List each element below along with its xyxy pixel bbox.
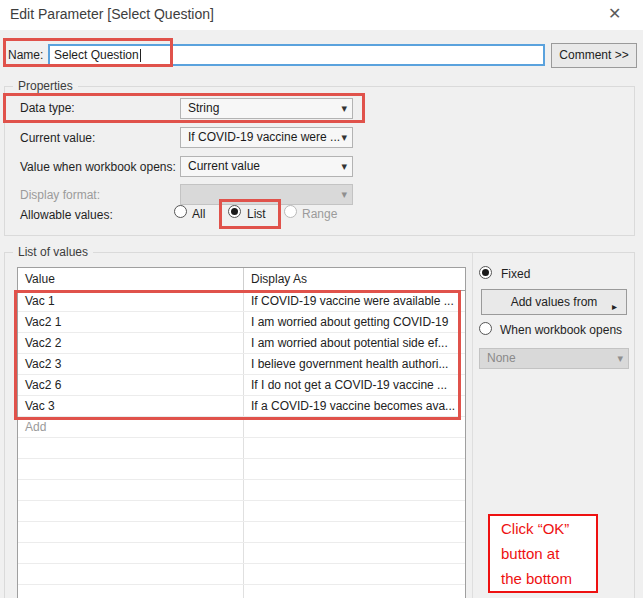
value-cell[interactable]: [18, 438, 244, 458]
table-row[interactable]: Vac2 6If I do not get a COVID-19 vaccine…: [18, 375, 465, 396]
chevron-down-icon: ▾: [341, 157, 347, 176]
list-of-values-legend: List of values: [13, 245, 93, 260]
radio-range-label: Range: [302, 207, 337, 221]
value-cell[interactable]: Vac2 1: [18, 312, 244, 332]
display-as-cell[interactable]: [244, 522, 465, 542]
note-line: Click “OK”: [490, 516, 596, 541]
data-type-dropdown[interactable]: String▾: [180, 98, 353, 119]
display-as-cell[interactable]: If COVID-19 vaccine were available ...: [244, 291, 465, 311]
table-row[interactable]: Vac 1If COVID-19 vaccine were available …: [18, 291, 465, 312]
data-type-label: Data type:: [20, 101, 75, 115]
current-value-label: Current value:: [20, 131, 95, 145]
radio-when-workbook-opens-label[interactable]: When workbook opens: [500, 323, 622, 337]
edit-parameter-dialog: Edit Parameter [Select Question] ✕ Name:…: [0, 0, 643, 598]
value-column-header[interactable]: Value: [18, 268, 244, 290]
values-table-body: Vac 1If COVID-19 vaccine were available …: [18, 291, 465, 598]
value-cell[interactable]: [18, 459, 244, 479]
table-row[interactable]: [18, 438, 465, 459]
display-as-cell[interactable]: [244, 543, 465, 563]
table-row[interactable]: [18, 564, 465, 585]
display-as-cell[interactable]: [244, 480, 465, 500]
radio-range: [284, 205, 297, 218]
add-values-from-button[interactable]: Add values from▸: [481, 289, 627, 315]
display-as-cell[interactable]: [244, 564, 465, 584]
value-cell[interactable]: [18, 522, 244, 542]
display-as-cell[interactable]: If I do not get a COVID-19 vaccine ...: [244, 375, 465, 395]
value-cell[interactable]: [18, 564, 244, 584]
submenu-arrow-icon: ▸: [612, 295, 617, 319]
table-row[interactable]: [18, 585, 465, 598]
value-cell[interactable]: Vac 1: [18, 291, 244, 311]
table-row[interactable]: Vac2 2I am worried about potential side …: [18, 333, 465, 354]
name-input[interactable]: Select Question: [48, 44, 545, 66]
display-as-cell[interactable]: I am worried about getting COVID-19: [244, 312, 465, 332]
radio-list-label[interactable]: List: [247, 207, 266, 221]
value-cell[interactable]: Vac2 2: [18, 333, 244, 353]
value-cell[interactable]: [18, 480, 244, 500]
table-row[interactable]: [18, 459, 465, 480]
display-format-dropdown: ▾: [180, 184, 353, 205]
table-row[interactable]: [18, 543, 465, 564]
panel-divider: [472, 253, 473, 598]
display-as-cell[interactable]: If a COVID-19 vaccine becomes ava...: [244, 396, 465, 416]
display-as-cell[interactable]: [244, 417, 465, 437]
chevron-down-icon: ▾: [341, 99, 347, 118]
value-cell[interactable]: [18, 543, 244, 563]
table-row[interactable]: [18, 501, 465, 522]
table-row[interactable]: Vac2 3I believe government health author…: [18, 354, 465, 375]
table-row[interactable]: Vac 3If a COVID-19 vaccine becomes ava..…: [18, 396, 465, 417]
value-cell[interactable]: Add: [18, 417, 244, 437]
display-as-cell[interactable]: I am worried about potential side ef...: [244, 333, 465, 353]
values-table: Value Display As Vac 1If COVID-19 vaccin…: [17, 267, 466, 598]
display-as-column-header[interactable]: Display As: [244, 268, 465, 290]
allowable-values-label: Allowable values:: [20, 208, 113, 222]
chevron-down-icon: ▾: [341, 128, 347, 147]
close-icon[interactable]: ✕: [608, 4, 621, 24]
value-cell[interactable]: Vac 3: [18, 396, 244, 416]
properties-legend: Properties: [13, 79, 78, 94]
note-line: the bottom: [490, 566, 596, 591]
display-as-cell[interactable]: I believe government health authori...: [244, 354, 465, 374]
table-row[interactable]: [18, 480, 465, 501]
text-cursor: [140, 49, 141, 62]
dialog-titlebar: Edit Parameter [Select Question] ✕: [0, 0, 643, 30]
display-as-cell[interactable]: [244, 459, 465, 479]
chevron-down-icon: ▾: [341, 185, 347, 204]
current-value-dropdown[interactable]: If COVID-19 vaccine were ...▾: [180, 127, 353, 148]
radio-fixed[interactable]: [479, 266, 492, 279]
display-as-cell[interactable]: [244, 438, 465, 458]
radio-fixed-label[interactable]: Fixed: [501, 267, 530, 281]
name-label: Name:: [8, 48, 43, 62]
value-cell[interactable]: [18, 585, 244, 598]
table-row[interactable]: Add: [18, 417, 465, 438]
radio-list[interactable]: [228, 205, 241, 218]
value-cell[interactable]: Vac2 3: [18, 354, 244, 374]
value-cell[interactable]: [18, 501, 244, 521]
comment-button[interactable]: Comment >>: [551, 43, 637, 68]
value-when-workbook-opens-dropdown[interactable]: Current value▾: [180, 156, 353, 177]
values-table-header: Value Display As: [18, 268, 465, 291]
table-row[interactable]: [18, 522, 465, 543]
display-as-cell[interactable]: [244, 501, 465, 521]
table-row[interactable]: Vac2 1I am worried about getting COVID-1…: [18, 312, 465, 333]
radio-all[interactable]: [174, 205, 187, 218]
display-as-cell[interactable]: [244, 585, 465, 598]
chevron-down-icon: ▾: [617, 349, 623, 368]
annotation-note-click-ok: Click “OK” button at the bottom: [488, 514, 598, 593]
none-dropdown: None▾: [479, 348, 629, 369]
note-line: button at: [490, 541, 596, 566]
display-format-label: Display format:: [20, 188, 100, 202]
radio-when-workbook-opens[interactable]: [479, 322, 492, 335]
value-when-workbook-opens-label: Value when workbook opens:: [20, 160, 176, 174]
radio-all-label[interactable]: All: [192, 207, 205, 221]
dialog-title: Edit Parameter [Select Question]: [10, 6, 214, 22]
value-cell[interactable]: Vac2 6: [18, 375, 244, 395]
